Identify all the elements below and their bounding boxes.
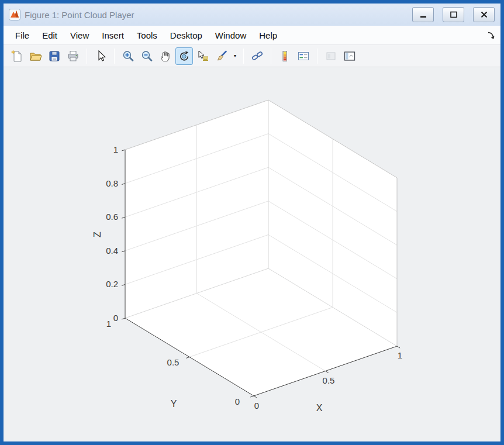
link-plot-button[interactable] (248, 47, 266, 65)
toolbar-separator (317, 49, 317, 64)
menu-item-help[interactable]: Help (253, 27, 284, 43)
figure-window: Figure 1: Point Cloud Player (0, 0, 504, 445)
insert-colorbar-button[interactable] (276, 47, 294, 65)
rotate-3d-icon (178, 50, 191, 63)
insert-legend-button[interactable] (295, 47, 312, 65)
z-tick-label: 0.8 (106, 178, 118, 188)
brush-dropdown-caret[interactable]: ▼ (232, 47, 239, 65)
link-chain-icon (251, 50, 264, 63)
maximize-icon (448, 11, 460, 19)
x-tick-label: 0.5 (323, 375, 335, 385)
print-figure-button[interactable] (64, 47, 82, 65)
zoom-in-icon (122, 50, 134, 63)
hide-plot-tools-button (322, 47, 340, 65)
axes-3d[interactable]: 0 0.5 1 0 0.5 1 0 0.2 0.4 0.6 0.8 1 (4, 67, 500, 441)
menu-item-insert[interactable]: Insert (95, 27, 130, 43)
printer-icon (67, 50, 80, 63)
window-title: Figure 1: Point Cloud Player (25, 10, 412, 20)
hide-plot-tools-icon (325, 50, 337, 63)
toolbar-separator (271, 49, 271, 64)
z-tick-label: 0.4 (106, 246, 118, 256)
titlebar[interactable]: Figure 1: Point Cloud Player (4, 4, 500, 26)
menu-item-view[interactable]: View (64, 27, 95, 43)
data-cursor-icon (196, 50, 209, 63)
rotate-3d-button[interactable] (175, 47, 193, 65)
maximize-button[interactable] (443, 7, 464, 22)
show-plot-tools-button[interactable] (341, 47, 358, 65)
axes-walls (125, 100, 397, 396)
menu-bar: File Edit View Insert Tools Desktop Wind… (4, 26, 500, 45)
save-icon (48, 50, 61, 63)
close-button[interactable] (473, 7, 495, 22)
window-controls (412, 7, 495, 22)
z-tick-label: 0 (113, 313, 118, 323)
toolbar-separator (243, 49, 244, 64)
y-axis-label: Y (171, 399, 177, 409)
z-tick-label: 1 (113, 144, 118, 154)
menu-item-window[interactable]: Window (209, 27, 253, 43)
open-file-button[interactable] (27, 47, 44, 65)
dock-figure-icon[interactable] (486, 31, 495, 40)
pointer-arrow-icon (94, 50, 107, 63)
edit-plot-button[interactable] (92, 47, 109, 65)
zoom-out-button[interactable] (138, 47, 156, 65)
pan-hand-icon (159, 50, 172, 63)
brush-icon (215, 50, 228, 63)
new-file-icon (11, 50, 23, 63)
y-tick-label: 1 (106, 319, 111, 329)
z-tick-label: 0.2 (106, 279, 118, 289)
data-cursor-button[interactable] (194, 47, 212, 65)
close-icon (478, 11, 490, 19)
z-tick-label: 0.6 (106, 212, 118, 222)
brush-data-button[interactable] (213, 47, 230, 65)
save-figure-button[interactable] (46, 47, 63, 65)
menu-item-edit[interactable]: Edit (36, 27, 64, 43)
menu-item-tools[interactable]: Tools (130, 27, 164, 43)
menu-item-desktop[interactable]: Desktop (164, 27, 209, 43)
figure-canvas: 0 0.5 1 0 0.5 1 0 0.2 0.4 0.6 0.8 1 (4, 67, 500, 441)
toolbar-separator (114, 49, 115, 64)
matlab-logo-icon (9, 9, 20, 20)
minimize-button[interactable] (412, 7, 434, 22)
legend-icon (297, 50, 310, 63)
new-figure-button[interactable] (8, 47, 26, 65)
zoom-out-icon (140, 50, 153, 63)
z-tick-labels: 0 0.2 0.4 0.6 0.8 1 (106, 144, 118, 323)
z-axis-label: Z (92, 232, 102, 237)
open-folder-icon (29, 50, 42, 63)
x-axis-label: X (316, 403, 323, 413)
x-tick-label: 0 (254, 401, 259, 410)
menu-item-file[interactable]: File (9, 27, 36, 43)
y-tick-label: 0.5 (167, 357, 179, 367)
toolbar-separator (87, 49, 87, 64)
x-tick-label: 1 (398, 350, 402, 360)
toolbar: ▼ (4, 45, 500, 67)
pan-button[interactable] (157, 47, 174, 65)
caret-down-icon: ▼ (233, 54, 237, 58)
show-plot-tools-icon (343, 50, 356, 63)
zoom-in-button[interactable] (119, 47, 137, 65)
y-tick-label: 0 (235, 396, 240, 406)
colorbar-icon (278, 50, 291, 63)
minimize-icon (417, 11, 429, 19)
